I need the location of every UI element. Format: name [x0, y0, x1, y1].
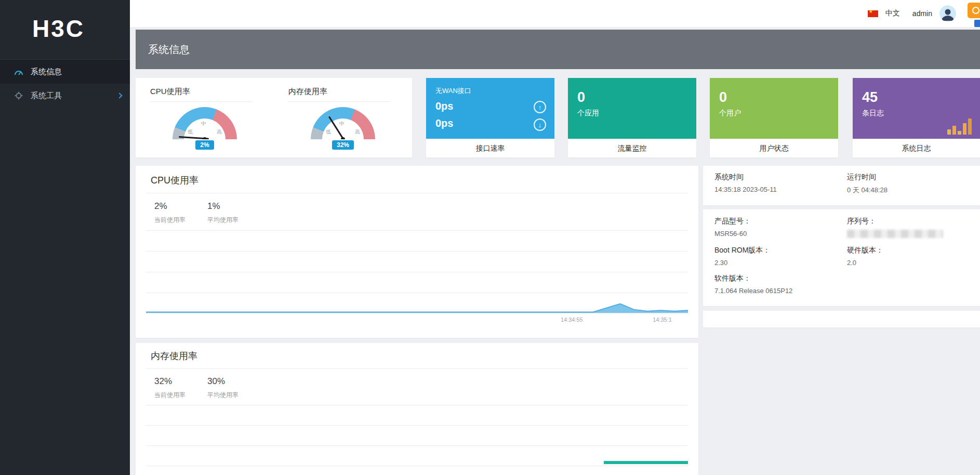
gauge-zone-low-label: 低	[326, 128, 331, 136]
mem-gauge-section: 内存使用率 低 中 高 32%	[274, 78, 412, 157]
page-title: 系统信息	[148, 43, 190, 57]
cpu-gauge-title: CPU使用率	[150, 87, 252, 102]
cpu-average-stat: 1% 平均使用率	[207, 201, 239, 225]
gauge-pivot	[341, 137, 345, 139]
sidebar-item-label: 系统工具	[31, 91, 62, 101]
cpu-gauge: 低 中 高	[173, 107, 237, 139]
uptime-value: 0 天 04:48:28	[847, 186, 888, 195]
traffic-monitor-link[interactable]: 流量监控	[568, 139, 696, 157]
user-status-body: 0 个用户	[710, 78, 838, 139]
side-widget-icon[interactable]	[974, 20, 980, 27]
divider	[146, 368, 688, 369]
user-avatar-icon	[939, 5, 956, 22]
app-count-unit: 个应用	[577, 109, 687, 118]
system-log-body: 45 条日志	[853, 78, 980, 139]
mem-gauge-title: 内存使用率	[288, 87, 390, 102]
sidebar-item-system-info[interactable]: 系统信息	[0, 60, 130, 84]
system-log-card: 45 条日志 系统日志	[853, 78, 980, 157]
interface-rate-body: 无WAN接口 0ps 0ps ↑ ↓	[426, 78, 554, 139]
system-time-value: 14:35:18 2023-05-11	[714, 186, 777, 193]
serial-number-label: 序列号：	[847, 217, 943, 226]
system-time-label: 系统时间	[714, 173, 777, 182]
feedback-widget-icon[interactable]	[968, 3, 980, 18]
product-model-block: 产品型号： MSR56-60	[714, 217, 751, 238]
cpu-average-value: 1%	[207, 201, 239, 212]
download-arrow-icon: ↓	[534, 118, 546, 131]
software-version-value: 7.1.064 Release 0615P12	[714, 287, 792, 295]
memory-series-line	[604, 461, 688, 464]
log-count-unit: 条日志	[862, 109, 971, 118]
hardware-version-label: 硬件版本：	[847, 246, 883, 255]
memory-usage-chart	[146, 405, 688, 475]
gauges-card: CPU使用率 低 中 高 2% 内存使用率 低 中 高 32%	[136, 78, 412, 157]
bootrom-version-label: Boot ROM版本：	[714, 246, 770, 255]
traffic-monitor-card: 0 个应用 流量监控	[568, 78, 696, 157]
divider	[146, 193, 688, 193]
app-count-value: 0	[577, 89, 687, 105]
hardware-version-value: 2.0	[847, 259, 883, 267]
system-time-block: 系统时间 14:35:18 2023-05-11	[714, 173, 777, 193]
uptime-label: 运行时间	[847, 173, 888, 182]
cpu-usage-panel: CPU使用率 2% 当前使用率 1% 平均使用率 14:34:55 14:35:…	[136, 166, 698, 338]
product-model-label: 产品型号：	[714, 217, 751, 226]
memory-usage-panel: 内存使用率 32% 当前使用率 30% 平均使用率	[136, 343, 698, 475]
traffic-monitor-body: 0 个应用	[568, 78, 696, 139]
wan-status-label: 无WAN接口	[435, 86, 545, 96]
avatar[interactable]	[939, 5, 956, 22]
interface-rate-link[interactable]: 接口速率	[426, 139, 554, 157]
bootrom-version-value: 2.30	[714, 259, 770, 267]
cpu-gauge-section: CPU使用率 低 中 高 2%	[136, 78, 274, 157]
interface-rate-card: 无WAN接口 0ps 0ps ↑ ↓ 接口速率	[426, 78, 554, 157]
mem-current-stat: 32% 当前使用率	[154, 376, 186, 400]
cpu-gauge-value-badge: 2%	[195, 140, 214, 150]
log-bars	[947, 118, 972, 135]
mem-average-label: 平均使用率	[207, 391, 239, 400]
sidebar-item-system-tools[interactable]: 系统工具	[0, 84, 130, 108]
china-flag-icon: ★	[868, 10, 878, 17]
mem-panel-title: 内存使用率	[151, 350, 197, 362]
sidebar-menu: 系统信息 系统工具	[0, 59, 130, 108]
serial-number-block: 序列号：	[847, 217, 943, 238]
gauge-zone-low-label: 低	[188, 128, 193, 136]
page-header: 系统信息	[136, 30, 980, 69]
gauge-zone-mid-label: 中	[201, 120, 206, 127]
cpu-chart-x-axis: 14:34:55 14:35:1	[146, 316, 688, 325]
topbar: ★ 中文 admin	[130, 0, 980, 28]
download-rate-value: 0ps	[435, 116, 545, 130]
speedometer-icon	[14, 67, 24, 76]
h3c-logo: H3C	[0, 0, 130, 43]
uptime-block: 运行时间 0 天 04:48:28	[847, 173, 888, 195]
cpu-panel-title: CPU使用率	[151, 174, 198, 187]
chevron-right-icon	[116, 93, 122, 98]
mem-gauge: 低 中 高	[311, 107, 375, 139]
gauge-zone-mid-label: 中	[339, 120, 345, 127]
device-info-card: 产品型号： MSR56-60 序列号： Boot ROM版本： 2.30 硬件版…	[703, 209, 980, 306]
x-tick: 14:34:55	[561, 316, 583, 323]
cpu-current-value: 2%	[154, 201, 186, 212]
language-switch[interactable]: 中文	[885, 9, 900, 18]
system-log-link[interactable]: 系统日志	[853, 139, 980, 157]
cpu-usage-chart	[146, 230, 688, 313]
username-label: admin	[912, 9, 932, 18]
gauge-zone-high-label: 高	[355, 128, 360, 136]
gauge-pivot	[203, 137, 207, 139]
software-version-block: 软件版本： 7.1.064 Release 0615P12	[714, 274, 792, 295]
log-count-value: 45	[862, 89, 971, 105]
product-model-value: MSR56-60	[714, 230, 751, 238]
mem-current-label: 当前使用率	[154, 391, 186, 400]
tools-icon	[14, 91, 24, 100]
mem-gauge-value-badge: 32%	[332, 140, 354, 150]
upload-arrow-icon: ↑	[534, 101, 546, 113]
gauge-zone-high-label: 高	[217, 128, 222, 136]
cpu-current-label: 当前使用率	[154, 216, 186, 225]
software-version-label: 软件版本：	[714, 274, 792, 283]
empty-info-card	[703, 311, 980, 327]
bootrom-version-block: Boot ROM版本： 2.30	[714, 246, 770, 267]
upload-rate-value: 0ps	[435, 99, 545, 113]
mem-average-stat: 30% 平均使用率	[207, 376, 239, 400]
user-status-link[interactable]: 用户状态	[710, 139, 838, 157]
sidebar-item-label: 系统信息	[31, 67, 62, 77]
mem-average-value: 30%	[207, 376, 239, 387]
cpu-current-stat: 2% 当前使用率	[154, 201, 186, 225]
user-count-value: 0	[719, 89, 829, 105]
